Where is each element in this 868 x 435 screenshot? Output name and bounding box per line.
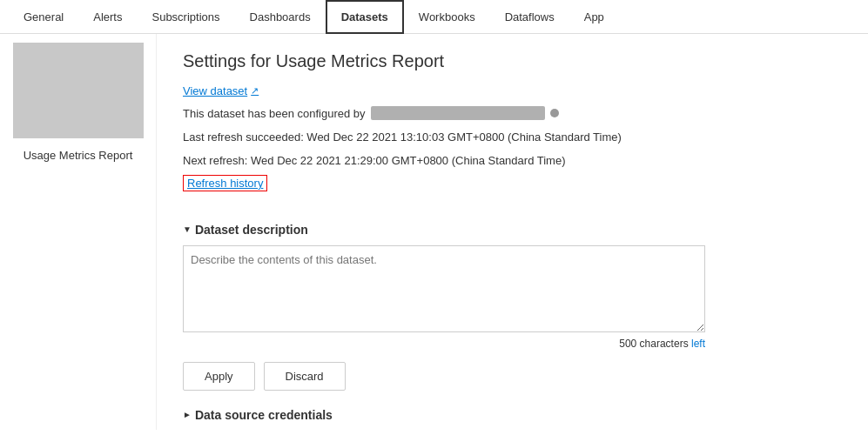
sidebar-label: Usage Metrics Report xyxy=(24,145,133,165)
tab-app[interactable]: App xyxy=(569,1,619,33)
page-title: Settings for Usage Metrics Report xyxy=(183,51,842,71)
dataset-description-header[interactable]: ▼ Dataset description xyxy=(183,223,842,237)
configured-by-text: This dataset has been configured by xyxy=(183,107,366,120)
refresh-history-link[interactable]: Refresh history xyxy=(183,175,267,191)
discard-button[interactable]: Discard xyxy=(264,362,346,391)
tab-dashboards[interactable]: Dashboards xyxy=(235,1,326,33)
sidebar: Usage Metrics Report xyxy=(0,34,157,430)
description-textarea[interactable] xyxy=(183,245,705,332)
char-count: 500 characters xyxy=(619,338,688,350)
main-layout: Usage Metrics Report Settings for Usage … xyxy=(0,34,868,430)
tab-general[interactable]: General xyxy=(9,1,78,33)
tab-dataflows[interactable]: Dataflows xyxy=(490,1,569,33)
nav-tabs: GeneralAlertsSubscriptionsDashboardsData… xyxy=(0,0,868,34)
refresh-last-text: Last refresh succeeded: Wed Dec 22 2021 … xyxy=(183,127,842,147)
configured-by-dot xyxy=(550,109,559,117)
configured-by-bar xyxy=(371,106,545,120)
dataset-description-label: Dataset description xyxy=(195,223,308,237)
tab-datasets[interactable]: Datasets xyxy=(326,0,404,34)
tab-subscriptions[interactable]: Subscriptions xyxy=(137,1,234,33)
configured-by-row: This dataset has been configured by xyxy=(183,106,842,120)
expand-arrow-icon: ► xyxy=(183,410,192,419)
view-dataset-link[interactable]: View dataset ↗ xyxy=(183,84,259,97)
data-source-label: Data source credentials xyxy=(195,408,333,422)
data-source-header[interactable]: ► Data source credentials xyxy=(183,408,842,422)
external-link-icon: ↗ xyxy=(251,85,259,97)
button-row: Apply Discard xyxy=(183,362,842,391)
tab-alerts[interactable]: Alerts xyxy=(78,1,137,33)
tab-workbooks[interactable]: Workbooks xyxy=(404,1,490,33)
view-dataset-label: View dataset xyxy=(183,84,247,97)
apply-button[interactable]: Apply xyxy=(183,362,255,391)
char-count-row: 500 characters left xyxy=(183,338,705,350)
sidebar-thumbnail xyxy=(13,43,144,138)
refresh-next-text: Next refresh: Wed Dec 22 2021 21:29:00 G… xyxy=(183,151,842,171)
content-area: Settings for Usage Metrics Report View d… xyxy=(157,34,868,430)
collapse-arrow-icon: ▼ xyxy=(183,224,192,234)
char-count-left: left xyxy=(691,338,705,350)
